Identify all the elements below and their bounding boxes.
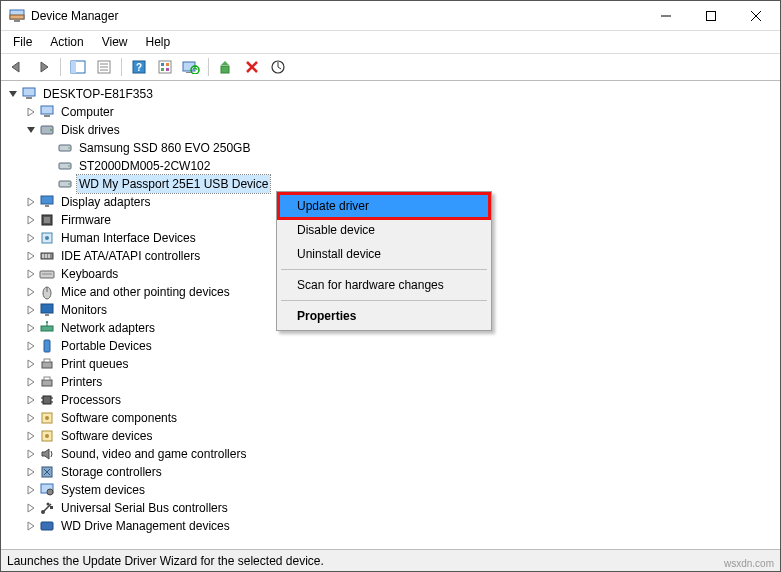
menu-view[interactable]: View — [94, 33, 136, 51]
context-menu-item[interactable]: Scan for hardware changes — [279, 273, 489, 297]
close-button[interactable] — [733, 1, 778, 30]
tree-node-label: Disk drives — [59, 121, 122, 139]
collapse-icon[interactable] — [5, 86, 21, 102]
storage-icon — [39, 464, 55, 480]
software-icon — [39, 428, 55, 444]
minimize-button[interactable] — [643, 1, 688, 30]
expand-icon[interactable] — [23, 248, 39, 264]
tree-category[interactable]: Disk drives — [5, 121, 780, 139]
expand-icon[interactable] — [23, 338, 39, 354]
context-menu-separator — [281, 269, 487, 270]
expand-icon[interactable] — [23, 194, 39, 210]
tree-device[interactable]: ST2000DM005-2CW102 — [5, 157, 780, 175]
svg-rect-59 — [42, 362, 52, 368]
expand-icon[interactable] — [23, 212, 39, 228]
svg-rect-29 — [41, 106, 53, 114]
toolbar-separator — [60, 58, 61, 76]
tree-node-label: Samsung SSD 860 EVO 250GB — [77, 139, 252, 157]
tree-category[interactable]: Portable Devices — [5, 337, 780, 355]
expand-icon[interactable] — [23, 320, 39, 336]
svg-rect-63 — [43, 396, 51, 404]
svg-rect-58 — [44, 340, 50, 352]
expand-icon[interactable] — [23, 464, 39, 480]
expand-icon[interactable] — [23, 284, 39, 300]
scan-button[interactable] — [179, 56, 203, 78]
uninstall-button[interactable] — [240, 56, 264, 78]
expand-icon[interactable] — [23, 302, 39, 318]
tree-category[interactable]: Processors — [5, 391, 780, 409]
app-icon — [9, 8, 25, 24]
expand-icon[interactable] — [23, 410, 39, 426]
hid-icon — [39, 230, 55, 246]
expand-icon[interactable] — [23, 392, 39, 408]
tree-node-label: DESKTOP-E81F353 — [41, 85, 155, 103]
tree-category[interactable]: Printers — [5, 373, 780, 391]
tree-node-label: IDE ATA/ATAPI controllers — [59, 247, 202, 265]
tree-node-label: Firmware — [59, 211, 113, 229]
update-driver-button[interactable] — [214, 56, 238, 78]
menu-action[interactable]: Action — [42, 33, 91, 51]
svg-point-77 — [47, 503, 50, 506]
options-button[interactable] — [153, 56, 177, 78]
tree-category[interactable]: WD Drive Management devices — [5, 517, 780, 535]
tree-node-label: Print queues — [59, 355, 130, 373]
toolbar-separator — [121, 58, 122, 76]
context-menu-item[interactable]: Properties — [279, 304, 489, 328]
svg-rect-27 — [23, 88, 35, 96]
expand-icon[interactable] — [23, 446, 39, 462]
tree-root[interactable]: DESKTOP-E81F353 — [5, 85, 780, 103]
forward-button[interactable] — [31, 56, 55, 78]
tree-category[interactable]: Software components — [5, 409, 780, 427]
disk-icon — [39, 122, 55, 138]
tree-device[interactable]: Samsung SSD 860 EVO 250GB — [5, 139, 780, 157]
tree-category[interactable]: Universal Serial Bus controllers — [5, 499, 780, 517]
cpu-icon — [39, 392, 55, 408]
svg-point-44 — [45, 236, 49, 240]
tree-node-label: Software devices — [59, 427, 154, 445]
scan-hardware-button[interactable] — [266, 56, 290, 78]
system-icon — [39, 482, 55, 498]
svg-rect-17 — [166, 63, 169, 66]
svg-rect-62 — [44, 377, 50, 380]
svg-rect-4 — [706, 11, 715, 20]
tree-category[interactable]: Software devices — [5, 427, 780, 445]
svg-rect-40 — [45, 205, 49, 207]
disk-small-icon — [57, 158, 73, 174]
properties-button[interactable] — [92, 56, 116, 78]
svg-rect-55 — [41, 326, 53, 331]
menu-help[interactable]: Help — [138, 33, 179, 51]
tree-node-label: Human Interface Devices — [59, 229, 198, 247]
menu-file[interactable]: File — [5, 33, 40, 51]
expand-icon[interactable] — [23, 374, 39, 390]
monitor-icon — [39, 302, 55, 318]
maximize-button[interactable] — [688, 1, 733, 30]
tree-category[interactable]: Print queues — [5, 355, 780, 373]
printer-icon — [39, 374, 55, 390]
expand-icon[interactable] — [23, 104, 39, 120]
expand-icon[interactable] — [23, 230, 39, 246]
svg-rect-30 — [44, 115, 50, 117]
tree-category[interactable]: Storage controllers — [5, 463, 780, 481]
expand-icon[interactable] — [23, 518, 39, 534]
back-button[interactable] — [5, 56, 29, 78]
expand-icon[interactable] — [23, 428, 39, 444]
context-menu-item[interactable]: Uninstall device — [279, 242, 489, 266]
show-hide-tree-button[interactable] — [66, 56, 90, 78]
collapse-icon[interactable] — [23, 122, 39, 138]
ide-icon — [39, 248, 55, 264]
help-button[interactable]: ? — [127, 56, 151, 78]
svg-rect-39 — [41, 196, 53, 204]
portable-icon — [39, 338, 55, 354]
context-menu-item[interactable]: Disable device — [279, 218, 489, 242]
expand-icon[interactable] — [23, 356, 39, 372]
tree-category[interactable]: Computer — [5, 103, 780, 121]
window-title: Device Manager — [31, 9, 643, 23]
tree-category[interactable]: System devices — [5, 481, 780, 499]
expand-icon[interactable] — [23, 500, 39, 516]
tree-category[interactable]: Sound, video and game controllers — [5, 445, 780, 463]
svg-rect-48 — [48, 254, 50, 258]
display-icon — [39, 194, 55, 210]
expand-icon[interactable] — [23, 482, 39, 498]
context-menu-item[interactable]: Update driver — [279, 194, 489, 218]
expand-icon[interactable] — [23, 266, 39, 282]
